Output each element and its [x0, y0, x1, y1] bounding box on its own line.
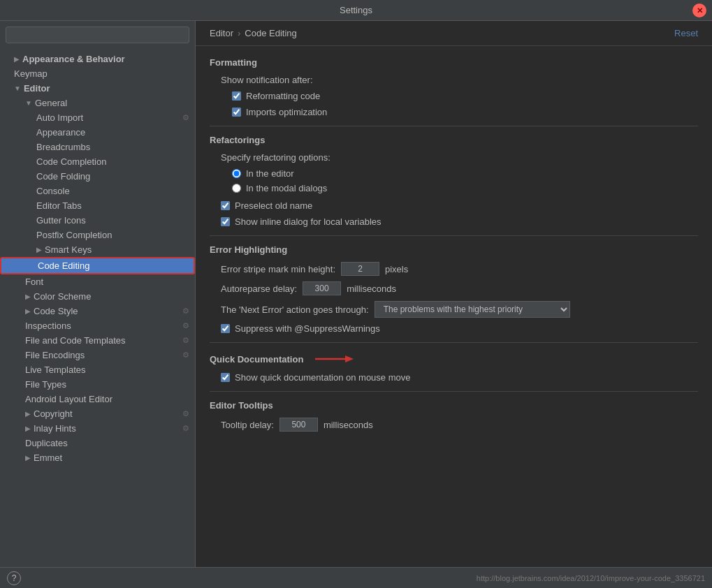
search-input[interactable]: [12, 30, 183, 40]
sidebar-item-gutter-icons[interactable]: Gutter Icons: [0, 213, 195, 228]
sidebar-item-label: Breadcrumbs: [36, 142, 90, 152]
imports-optimization-checkbox[interactable]: [232, 108, 241, 117]
arrow-icon: ▶: [25, 307, 31, 315]
gear-icon: ⚙: [182, 336, 189, 345]
sidebar-item-duplicates[interactable]: Duplicates: [0, 436, 195, 450]
sidebar-item-label: Editor: [24, 83, 50, 94]
reset-button[interactable]: Reset: [674, 28, 698, 38]
refactorings-section-title: Refactorings: [210, 135, 698, 145]
show-quick-doc-label[interactable]: Show quick documentation on mouse move: [221, 372, 410, 383]
suppress-label[interactable]: Suppress with @SuppressWarnings: [221, 323, 380, 334]
show-inline-checkbox[interactable]: [221, 217, 230, 226]
sidebar-item-android-layout-editor[interactable]: Android Layout Editor: [0, 392, 195, 406]
sidebar-item-label: Font: [25, 277, 43, 287]
search-box[interactable]: [6, 27, 189, 43]
sidebar-item-file-code-templates[interactable]: File and Code Templates ⚙: [0, 333, 195, 348]
sidebar-item-auto-import[interactable]: Auto Import ⚙: [0, 110, 195, 125]
sidebar-item-label: Postfix Completion: [36, 230, 112, 240]
sidebar-item-appearance-behavior[interactable]: ▶ Appearance & Behavior: [0, 52, 195, 66]
sidebar-item-label: File Types: [25, 379, 66, 390]
in-modal-label[interactable]: In the modal dialogs: [232, 183, 327, 193]
suppress-row: Suppress with @SuppressWarnings: [210, 323, 698, 334]
preselect-row: Preselect old name: [210, 200, 698, 211]
arrow-icon: ▼: [14, 84, 21, 92]
sidebar-item-color-scheme[interactable]: ▶ Color Scheme: [0, 289, 195, 304]
gear-icon: ⚙: [182, 307, 189, 316]
arrow-icon: ▶: [25, 425, 31, 432]
sidebar-item-editor[interactable]: ▼ Editor: [0, 81, 195, 96]
in-editor-text: In the editor: [246, 168, 294, 179]
sidebar-item-code-editing[interactable]: Code Editing: [0, 257, 195, 274]
tooltip-delay-input[interactable]: [279, 418, 318, 432]
sidebar-item-label: Editor Tabs: [36, 200, 82, 211]
sidebar-item-label: Smart Keys: [45, 244, 92, 255]
sidebar-item-live-templates[interactable]: Live Templates: [0, 362, 195, 377]
next-error-row: The 'Next Error' action goes through: Th…: [210, 301, 698, 318]
sidebar-item-file-types[interactable]: File Types: [0, 377, 195, 392]
sidebar-item-breadcrumbs[interactable]: Breadcrumbs: [0, 140, 195, 154]
in-editor-radio[interactable]: [232, 169, 241, 178]
sidebar-item-emmet[interactable]: ▶ Emmet: [0, 450, 195, 465]
stripe-mark-label: Error stripe mark min height:: [221, 264, 335, 274]
sidebar-item-inspections[interactable]: Inspections ⚙: [0, 318, 195, 333]
arrow-icon: ▶: [14, 55, 20, 63]
sidebar-item-console[interactable]: Console: [0, 184, 195, 198]
suppress-checkbox[interactable]: [221, 324, 230, 333]
panel-header: Editor › Code Editing Reset: [196, 21, 712, 46]
arrow-annotation: [312, 351, 354, 367]
sidebar-item-label: File Encodings: [25, 350, 85, 360]
preselect-label[interactable]: Preselect old name: [221, 200, 312, 211]
help-button[interactable]: ?: [7, 571, 21, 585]
sidebar-item-copyright[interactable]: ▶ Copyright ⚙: [0, 406, 195, 421]
autoreparse-input[interactable]: [303, 281, 341, 295]
close-button[interactable]: ✕: [692, 3, 706, 17]
sidebar-item-font[interactable]: Font: [0, 274, 195, 289]
gear-icon: ⚙: [182, 113, 189, 122]
title-bar: Settings ✕: [0, 0, 712, 21]
sidebar-item-label: Copyright: [34, 409, 73, 419]
reformatting-code-checkbox[interactable]: [232, 91, 241, 101]
sidebar-item-label: Console: [36, 186, 70, 196]
bottom-bar-left: ?: [7, 571, 21, 585]
preselect-checkbox[interactable]: [221, 201, 230, 210]
in-modal-radio[interactable]: [232, 184, 241, 193]
reformatting-code-label[interactable]: Reformatting code: [232, 91, 320, 101]
sidebar-item-smart-keys[interactable]: ▶ Smart Keys: [0, 242, 195, 257]
show-inline-row: Show inline dialog for local variables: [210, 216, 698, 227]
sidebar-item-editor-tabs[interactable]: Editor Tabs: [0, 198, 195, 213]
gear-icon: ⚙: [182, 409, 189, 418]
sidebar-item-inlay-hints[interactable]: ▶ Inlay Hints ⚙: [0, 421, 195, 436]
in-editor-label[interactable]: In the editor: [232, 168, 294, 179]
sidebar-item-code-folding[interactable]: Code Folding: [0, 169, 195, 184]
breadcrumb-separator: ›: [238, 28, 240, 38]
sidebar-item-label: Code Style: [34, 306, 78, 316]
sidebar-item-keymap[interactable]: Keymap: [0, 66, 195, 81]
sidebar-item-label: Code Completion: [36, 156, 106, 167]
reformatting-code-row: Reformatting code: [210, 91, 698, 101]
next-error-dropdown[interactable]: The problems with the highest priority A…: [375, 301, 570, 318]
svg-marker-1: [345, 355, 354, 362]
sidebar-item-general[interactable]: ▼ General: [0, 96, 195, 110]
sidebar-item-label: Emmet: [34, 453, 62, 463]
sidebar-item-file-encodings[interactable]: File Encodings ⚙: [0, 348, 195, 362]
show-inline-label[interactable]: Show inline dialog for local variables: [221, 216, 382, 227]
stripe-mark-row: Error stripe mark min height: pixels: [210, 262, 698, 276]
window-title: Settings: [340, 5, 372, 15]
red-arrow-icon: [312, 351, 354, 367]
sidebar-item-code-style[interactable]: ▶ Code Style ⚙: [0, 304, 195, 318]
imports-optimization-label[interactable]: Imports optimization: [232, 107, 327, 117]
formatting-section-title: Formatting: [210, 57, 698, 68]
sidebar-item-label: Color Scheme: [34, 291, 91, 302]
show-quick-doc-checkbox[interactable]: [221, 373, 230, 382]
autoreparse-unit: milliseconds: [347, 284, 396, 294]
sidebar-item-label: Code Folding: [36, 171, 90, 182]
sidebar-item-postfix-completion[interactable]: Postfix Completion: [0, 228, 195, 242]
sidebar-item-label: Appearance & Behavior: [22, 54, 125, 64]
next-error-label: The 'Next Error' action goes through:: [221, 304, 369, 315]
breadcrumb-current: Code Editing: [245, 28, 296, 38]
sidebar-item-code-completion[interactable]: Code Completion: [0, 154, 195, 169]
breadcrumb: Editor › Code Editing: [210, 28, 297, 38]
stripe-mark-input[interactable]: [341, 262, 379, 276]
quick-doc-header-row: Quick Documentation: [210, 351, 698, 367]
sidebar-item-appearance[interactable]: Appearance: [0, 125, 195, 140]
